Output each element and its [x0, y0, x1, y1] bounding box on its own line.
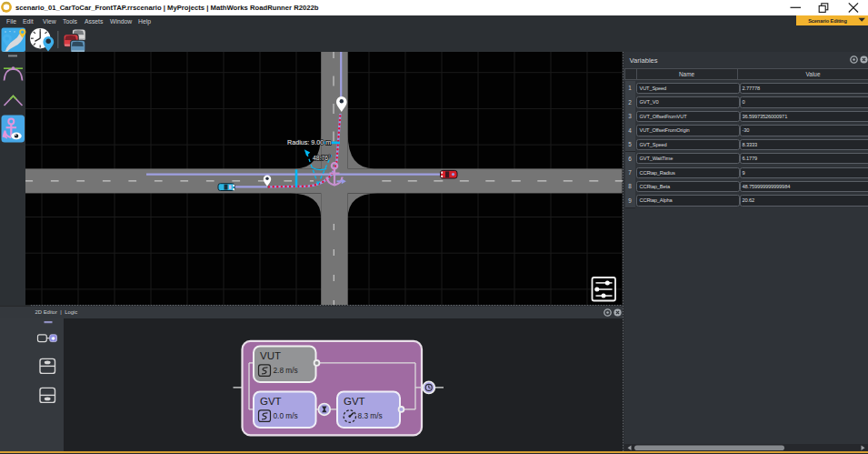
svg-text:GVT: GVT: [344, 395, 365, 406]
svg-text:2.8 m/s: 2.8 m/s: [274, 366, 298, 375]
svg-text:8.3 m/s: 8.3 m/s: [357, 411, 382, 420]
svg-text:48.76°: 48.76°: [313, 155, 331, 161]
svg-text:Radius: 9.00 m: Radius: 9.00 m: [287, 138, 331, 146]
svg-text:GVT: GVT: [260, 395, 282, 406]
svg-text:0.0 m/s: 0.0 m/s: [274, 411, 298, 420]
svg-text:VUT: VUT: [260, 349, 281, 360]
svg-text:✱: ✱: [51, 336, 55, 341]
